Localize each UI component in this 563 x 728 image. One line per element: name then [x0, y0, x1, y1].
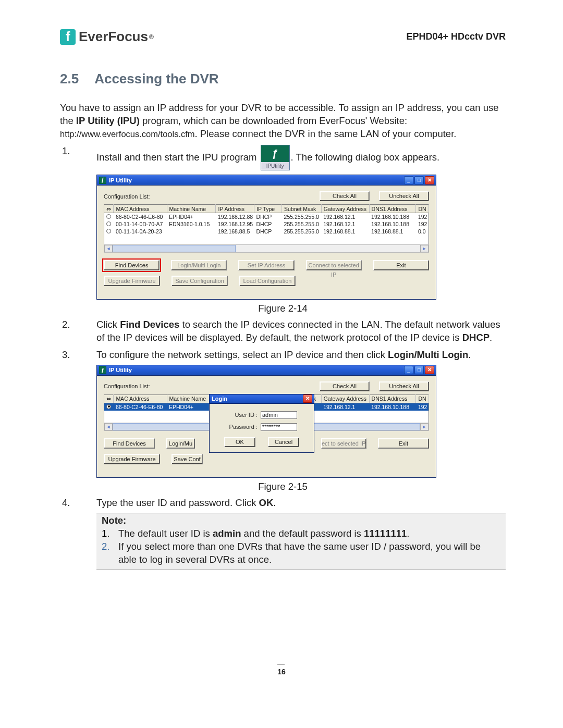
ip-utility-window-1: ƒ IP Utility _ □ ✕ Configuration List: C…	[96, 175, 436, 300]
titlebar[interactable]: ƒ IP Utility _ □ ✕	[97, 175, 436, 186]
window-title: IP Utility	[109, 177, 404, 183]
login-cancel-button[interactable]: Cancel	[268, 437, 299, 447]
login-dialog: Login ✕ User ID : Password : OK Cancel	[209, 394, 314, 453]
table-row[interactable]: 66-80-C2-46-E6-80EPHD04+192.168.12.88 DH…	[104, 213, 429, 221]
document-id: EPHD04+ HDcctv DVR	[406, 31, 506, 42]
page-number: 16	[277, 668, 286, 676]
table-row[interactable]: 00-11-14-0A-20-23192.168.88.5 DHCP255.25…	[104, 228, 429, 235]
col-ip[interactable]: IP Address	[216, 205, 254, 213]
step-2: 2. Click Find Devices to search the IP d…	[60, 318, 506, 344]
section-number: 2.5	[60, 71, 79, 87]
userid-input[interactable]	[261, 411, 297, 419]
col-gateway[interactable]: Gateway Address	[321, 205, 369, 213]
check-all-button[interactable]: Check All	[320, 191, 370, 201]
set-ip-button[interactable]: Set IP Address	[238, 260, 294, 270]
save-config-button[interactable]: Save Configuration	[172, 276, 228, 286]
page-footer: — 16	[0, 659, 563, 676]
note-item-1: 1. The default user ID is admin and the …	[102, 527, 500, 540]
titlebar[interactable]: ƒ IP Utility _ □ ✕	[97, 365, 436, 376]
step-4: 4. Type the user ID and password. Click …	[60, 497, 506, 510]
row-radio[interactable]	[106, 404, 111, 409]
config-list-label: Configuration List:	[104, 383, 150, 389]
ipu-shortcut-icon: ƒ IPUtility	[261, 145, 290, 171]
uncheck-all-button[interactable]: Uncheck All	[379, 191, 429, 201]
scroll-left-icon[interactable]: ◄	[104, 423, 113, 430]
everfocus-mark-icon: f	[60, 29, 76, 45]
exit-button[interactable]: Exit	[373, 260, 429, 270]
exit-button[interactable]: Exit	[378, 438, 429, 449]
scroll-left-icon[interactable]: ◄	[104, 245, 113, 252]
step-3: 3. To configure the network settings, se…	[60, 349, 506, 362]
window-title: IP Utility	[109, 367, 404, 373]
ip-utility-window-2: ƒ IP Utility _ □ ✕ Configuration List: C…	[96, 365, 436, 478]
note-block: Note: 1. The default user ID is admin an…	[96, 513, 506, 570]
upgrade-firmware-button[interactable]: Upgrade Firmware	[104, 276, 160, 286]
figure-caption-1: Figure 2-14	[60, 303, 506, 314]
login-titlebar[interactable]: Login ✕	[210, 394, 314, 404]
row-radio[interactable]	[106, 229, 111, 233]
horizontal-scrollbar[interactable]: ◄ ►	[104, 244, 429, 253]
close-button[interactable]: ✕	[425, 176, 434, 184]
close-button[interactable]: ✕	[425, 366, 434, 374]
note-item-2: 2. If you select more than one DVRs that…	[102, 540, 500, 566]
note-title: Note:	[102, 514, 500, 527]
row-radio[interactable]	[106, 221, 111, 226]
app-icon: ƒ	[99, 177, 106, 184]
scroll-thumb[interactable]	[113, 245, 236, 252]
minimize-button[interactable]: _	[404, 366, 413, 374]
userid-label: User ID :	[226, 412, 258, 418]
maximize-button[interactable]: □	[414, 366, 424, 374]
col-iptype[interactable]: IP Type	[254, 205, 282, 213]
config-list-label: Configuration List:	[104, 193, 150, 200]
login-multi-button[interactable]: Login/Multi Login	[171, 260, 227, 270]
minimize-button[interactable]: _	[404, 176, 413, 184]
load-config-button[interactable]: Load Configuration	[239, 276, 296, 286]
password-input[interactable]	[261, 423, 297, 431]
table-row[interactable]: 00-11-14-0D-70-A7EDN3160-1.0.15192.168.1…	[104, 220, 429, 228]
col-select[interactable]: ⇔	[104, 205, 114, 213]
intro-paragraph: You have to assign an IP address for you…	[60, 102, 506, 141]
figure-caption-2: Figure 2-15	[60, 481, 506, 492]
find-devices-button[interactable]: Find Devices	[104, 438, 155, 449]
col-subnet[interactable]: Subnet Mask	[282, 205, 322, 213]
connect-button[interactable]: Connect to selected IP	[306, 260, 362, 270]
col-dns-overflow[interactable]: DN	[416, 205, 429, 213]
col-machine[interactable]: Machine Name	[167, 205, 216, 213]
tools-url: http://www.everfocus.com/tools.cfm	[60, 129, 195, 139]
logo: f EverFocus®	[60, 29, 154, 45]
row-radio[interactable]	[106, 214, 111, 219]
maximize-button[interactable]: □	[414, 176, 424, 184]
find-devices-button[interactable]: Find Devices	[104, 260, 160, 270]
logo-text: EverFocus	[79, 29, 148, 45]
save-config-button[interactable]: Save Conf	[172, 454, 203, 464]
section-title: 2.5Accessing the DVR	[60, 71, 506, 87]
login-multi-button[interactable]: Login/Mu	[166, 438, 195, 449]
scroll-right-icon[interactable]: ►	[420, 423, 429, 430]
step-1: 1. Install and then start the IPU progra…	[60, 145, 506, 171]
connect-button[interactable]: ect to selected IP	[321, 438, 366, 449]
login-close-button[interactable]: ✕	[303, 394, 312, 403]
app-icon: ƒ	[99, 366, 106, 374]
upgrade-firmware-button[interactable]: Upgrade Firmware	[104, 454, 160, 464]
uncheck-all-button[interactable]: Uncheck All	[379, 381, 429, 391]
password-label: Password :	[226, 424, 258, 430]
device-table[interactable]: ⇔ MAC Address Machine Name IP Address IP…	[104, 204, 429, 245]
col-dns1[interactable]: DNS1 Address	[369, 205, 416, 213]
check-all-button[interactable]: Check All	[320, 381, 370, 391]
login-title: Login	[212, 396, 303, 402]
col-mac[interactable]: MAC Address	[114, 205, 167, 213]
login-ok-button[interactable]: OK	[224, 437, 255, 447]
scroll-right-icon[interactable]: ►	[420, 245, 429, 252]
